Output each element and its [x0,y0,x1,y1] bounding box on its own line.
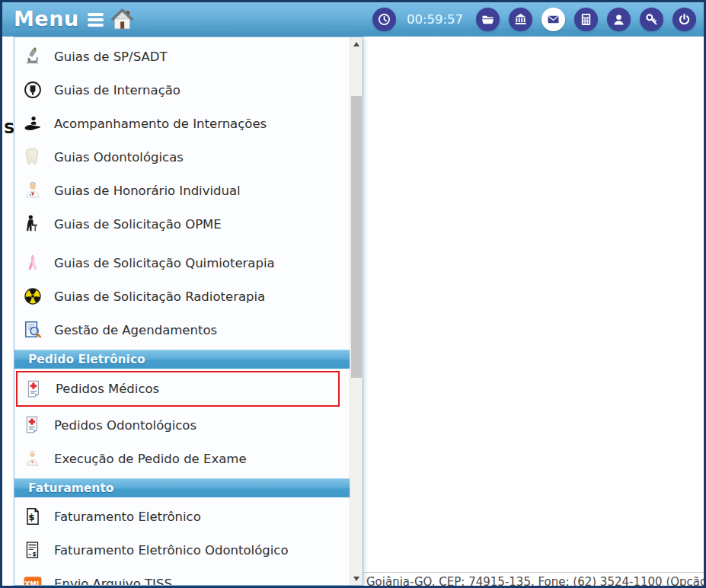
menu-item-label: Guias de Solicitação Radioterapia [54,289,265,304]
billing-doc-icon: $ [23,507,43,526]
key-icon[interactable] [640,8,663,31]
top-bar: Menu 00:59:57 [2,2,704,37]
home-button[interactable] [109,6,136,33]
scrollbar-thumb[interactable] [351,96,362,378]
menu-item-label: Execução de Pedido de Exame [54,452,247,466]
scroll-down-button[interactable] [350,572,363,585]
hamburger-icon [88,11,104,27]
svg-text:$: $ [32,551,36,558]
menu-item-guias-sp-sadt[interactable]: Guias de SP/SADT [14,40,350,73]
menu-item-execucao-pedido-exame[interactable]: Execução de Pedido de Exame [14,442,350,475]
menu-scrollbar[interactable] [350,37,363,585]
footer-contact-text: Goiânia-GO. CEP: 74915-135. Fone: (62) 3… [366,575,704,586]
app-window: S Goiânia-GO. CEP: 74915-135. Fone: (62)… [0,0,706,588]
dental-order-icon [23,415,43,435]
clock-icon[interactable] [372,8,396,31]
topbar-right-toolbar: 00:59:57 [372,8,696,31]
menu-button-label: Menu [14,7,79,30]
xml-icon: XML [23,574,43,585]
menu-section-pedido-eletronico: Pedido Eletrônico [14,350,350,369]
menu-item-label: Pedidos Odontológicos [54,418,196,433]
menu-item-faturamento-eletronico[interactable]: $Faturamento Eletrônico [14,500,350,533]
prosthesis-icon [23,214,43,234]
menu-item-label: Guias de SP/SADT [54,50,167,64]
menu-item-acompanhamento-internacoes[interactable]: Acompanhamento de Internações [14,107,350,140]
menu-item-label: Faturamento Eletrônico Odontológico [54,543,288,558]
triangle-up-icon [353,42,359,46]
menu-item-label: Guias de Honorário Individual [54,184,241,198]
menu-item-label: Guias de Solicitação OPME [54,217,222,232]
menu-item-label: Gestão de Agendamentos [54,323,217,337]
radiation-icon [23,286,43,306]
tooth-icon [23,147,43,167]
doctor-icon [23,181,43,200]
menu-section-header-label: Faturamento [28,481,113,495]
menu-button[interactable]: Menu [14,7,104,30]
menu-item-label: Faturamento Eletrônico [54,510,201,524]
menu-item-guias-honorario-individual[interactable]: Guias de Honorário Individual [14,174,350,207]
svg-text:$: $ [28,512,34,522]
billing-dental-icon: $ [23,540,43,560]
schedule-search-icon [23,320,43,340]
bank-icon[interactable] [509,8,532,31]
menu-item-pedidos-medicos[interactable]: Pedidos Médicos [16,371,340,407]
medical-order-icon [24,379,44,399]
menu-item-guias-solicitacao-radioterapia[interactable]: Guias de Solicitação Radioterapia [14,280,350,313]
user-icon[interactable] [607,8,631,31]
menu-section-faturamento: Faturamento [14,478,350,497]
menu-item-guias-odontologicas[interactable]: Guias Odontológicas [14,140,350,174]
menu-item-pedidos-odontologicos[interactable]: Pedidos Odontológicos [14,408,350,442]
triangle-down-icon [353,577,359,581]
pink-ribbon-icon [23,253,43,273]
menu-item-label: Envio Arquivo TISS [54,577,172,586]
scroll-up-button[interactable] [350,37,363,50]
menu-item-guias-internacao[interactable]: Guias de Internação [14,73,350,107]
menu-item-label: Guias Odontológicas [54,150,184,165]
dropdown-menu-panel: Guias de SP/SADTGuias de InternaçãoAcomp… [14,37,363,586]
power-icon[interactable] [672,8,696,31]
menu-list: Guias de SP/SADTGuias de InternaçãoAcomp… [14,37,350,585]
menu-item-label: Pedidos Médicos [56,382,159,396]
menu-section-header-label: Pedido Eletrônico [28,353,145,366]
menu-item-label: Guias de Internação [54,83,180,97]
internment-icon [23,80,43,100]
svg-text:XML: XML [25,580,41,585]
microscope-icon [23,46,43,66]
menu-item-envio-arquivo-tiss[interactable]: XMLEnvio Arquivo TISS [14,567,350,585]
mail-icon[interactable] [541,8,565,31]
menu-item-label: Acompanhamento de Internações [54,117,267,131]
menu-item-faturamento-eletronico-odontologico[interactable]: $Faturamento Eletrônico Odontológico [14,533,350,567]
menu-item-label: Guias de Solicitação Quimioterapia [54,256,275,270]
calculator-icon[interactable] [574,8,598,31]
care-hand-icon [23,113,43,133]
folder-icon[interactable] [476,8,500,31]
footer-divider [363,572,704,573]
menu-item-gestao-agendamentos[interactable]: Gestão de Agendamentos [14,313,350,347]
menu-item-guias-solicitacao-quimioterapia[interactable]: Guias de Solicitação Quimioterapia [14,246,350,280]
session-timer: 00:59:57 [407,12,463,27]
home-icon [109,6,136,33]
menu-item-guias-solicitacao-opme[interactable]: Guias de Solicitação OPME [14,207,350,241]
nurse-icon [23,449,43,468]
app-viewport: S Goiânia-GO. CEP: 74915-135. Fone: (62)… [2,2,704,586]
